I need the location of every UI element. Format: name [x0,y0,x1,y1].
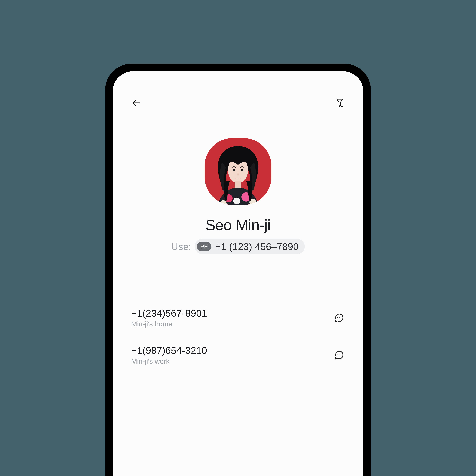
phone-label: Min-ji's work [131,357,207,365]
chat-bubble-icon [334,313,344,323]
avatar[interactable] [204,138,272,205]
phone-frame: Seo Min-ji Use: PE +1 (123) 456–7890 +1(… [105,64,371,476]
edit-button[interactable] [335,98,345,108]
message-button[interactable] [333,312,345,323]
screen: Seo Min-ji Use: PE +1 (123) 456–7890 +1(… [113,71,363,476]
chat-bubble-icon [334,350,344,360]
message-button[interactable] [333,349,345,361]
svg-point-4 [233,169,235,171]
pen-icon [335,98,345,108]
arrow-left-icon [131,98,141,108]
numbers-list: +1(234)567-8901 Min-ji's home +1(987)654… [131,301,345,375]
avatar-image [204,138,272,205]
svg-point-9 [233,198,240,204]
svg-point-12 [337,317,338,318]
svg-point-5 [241,169,243,171]
svg-rect-6 [235,181,241,187]
preferred-number-row: Use: PE +1 (123) 456–7890 [171,239,305,254]
pe-badge: PE [197,241,211,251]
contact-name: Seo Min-ji [205,217,271,234]
number-text: +1(987)654-3210 Min-ji's work [131,345,207,365]
phone-number: +1(987)654-3210 [131,345,207,356]
number-row-work[interactable]: +1(987)654-3210 Min-ji's work [131,338,345,375]
svg-point-13 [339,317,340,318]
phone-label: Min-ji's home [131,320,207,328]
back-button[interactable] [131,98,141,108]
svg-point-14 [341,317,341,318]
svg-point-15 [337,355,338,355]
number-row-home[interactable]: +1(234)567-8901 Min-ji's home [131,301,345,338]
preferred-number-pill[interactable]: PE +1 (123) 456–7890 [195,239,305,254]
use-label: Use: [171,241,191,252]
topbar [131,96,345,110]
profile-section: Seo Min-ji Use: PE +1 (123) 456–7890 [131,138,345,254]
preferred-number: +1 (123) 456–7890 [215,241,299,252]
svg-point-17 [341,355,341,355]
phone-number: +1(234)567-8901 [131,307,207,319]
number-text: +1(234)567-8901 Min-ji's home [131,307,207,328]
svg-point-16 [339,355,340,355]
